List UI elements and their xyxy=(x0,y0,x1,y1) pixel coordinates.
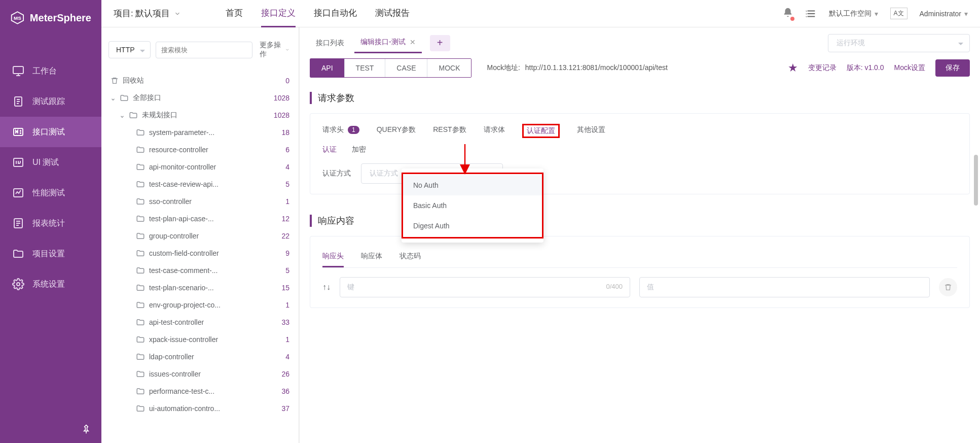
subtab-test[interactable]: TEST xyxy=(345,59,386,77)
tree-label: issues-controller xyxy=(149,370,201,378)
chevron-down-icon xyxy=(285,47,289,53)
tree-root-all[interactable]: 全部接口 1028 xyxy=(108,89,292,107)
workspace-selector[interactable]: 默认工作空间 ▾ xyxy=(829,9,878,18)
nav-ui-test[interactable]: UI 测试 xyxy=(0,147,101,178)
protocol-select[interactable]: HTTP xyxy=(108,41,151,58)
response-card: 响应头 响应体 状态码 ↑↓ 键 0/400 xyxy=(310,236,970,308)
svg-rect-2 xyxy=(13,66,23,74)
workspace-label: 默认工作空间 xyxy=(829,9,872,18)
user-menu[interactable]: Administrator ▾ xyxy=(920,10,968,18)
param-tab-other[interactable]: 其他设置 xyxy=(577,125,605,137)
project-selector[interactable]: 项目: 默认项目 xyxy=(114,8,181,19)
folder-icon xyxy=(136,197,145,206)
tree-unplanned[interactable]: 未规划接口 1028 xyxy=(108,107,292,124)
tree-item[interactable]: system-parameter-...18 xyxy=(108,124,292,141)
auth-subtab-auth[interactable]: 认证 xyxy=(322,145,337,154)
topnav-home[interactable]: 首页 xyxy=(226,0,243,27)
notifications-button[interactable] xyxy=(782,7,793,20)
trash-icon xyxy=(944,283,952,291)
param-tab-auth[interactable]: 认证配置 xyxy=(522,124,560,138)
delete-row-button[interactable] xyxy=(939,278,957,296)
tree-item[interactable]: test-case-comment-...5 xyxy=(108,262,292,279)
auth-method-dropdown: No Auth Basic Auth Digest Auth xyxy=(402,168,543,243)
subtab-case[interactable]: CASE xyxy=(385,59,427,77)
report-icon xyxy=(12,217,24,229)
nav-project-settings[interactable]: 项目设置 xyxy=(0,238,101,269)
topnav-report[interactable]: 测试报告 xyxy=(375,0,410,27)
auth-select-placeholder: 认证方式 xyxy=(370,169,398,177)
tree-item[interactable]: env-group-project-co...1 xyxy=(108,296,292,314)
pin-toggle[interactable] xyxy=(0,417,101,443)
mock-url: http://10.1.13.121:8081/mock/100001/api/… xyxy=(525,63,668,73)
recycle-bin[interactable]: 回收站 0 xyxy=(108,72,292,89)
param-tab-rest[interactable]: REST参数 xyxy=(433,125,466,137)
resp-tab-headers[interactable]: 响应头 xyxy=(322,247,344,267)
header-value-input[interactable]: 值 xyxy=(639,277,930,297)
run-env-placeholder: 运行环境 xyxy=(837,39,865,47)
nav-perf[interactable]: 性能测试 xyxy=(0,178,101,208)
mock-label: Mock地址: xyxy=(487,63,520,73)
tree-count: 15 xyxy=(281,284,289,292)
resp-tab-body[interactable]: 响应体 xyxy=(361,247,382,267)
gauge-icon xyxy=(12,187,24,199)
tree-item[interactable]: sso-controller1 xyxy=(108,193,292,210)
tree-item[interactable]: custom-field-controller9 xyxy=(108,245,292,262)
nav-workbench[interactable]: 工作台 xyxy=(0,56,101,86)
tree-item[interactable]: resource-controller6 xyxy=(108,141,292,158)
language-toggle[interactable]: A文 xyxy=(890,8,908,19)
tree-item[interactable]: test-case-review-api...5 xyxy=(108,176,292,193)
tree-item[interactable]: group-controller22 xyxy=(108,227,292,245)
tree-item[interactable]: ldap-controller4 xyxy=(108,348,292,365)
tree-item[interactable]: performance-test-c...36 xyxy=(108,383,292,400)
module-search-input[interactable] xyxy=(156,42,252,58)
resp-tab-status[interactable]: 状态码 xyxy=(400,247,421,267)
add-tab-button[interactable]: + xyxy=(430,35,450,51)
tree-item[interactable]: test-plan-scenario-...15 xyxy=(108,279,292,296)
changelog-link[interactable]: 变更记录 xyxy=(808,63,837,73)
param-tab-headers[interactable]: 请求头 1 xyxy=(322,125,359,137)
nav-track[interactable]: 测试跟踪 xyxy=(0,86,101,117)
star-icon[interactable]: ★ xyxy=(788,61,798,75)
more-actions[interactable]: 更多操作 xyxy=(258,37,292,63)
scrollbar-thumb[interactable] xyxy=(974,155,978,206)
task-icon[interactable] xyxy=(806,8,817,19)
topnav-api-def[interactable]: 接口定义 xyxy=(261,0,296,27)
auth-subtab-encrypt[interactable]: 加密 xyxy=(352,145,366,154)
chevron-down-icon xyxy=(111,97,116,102)
save-button[interactable]: 保存 xyxy=(935,59,970,77)
subtab-mock[interactable]: MOCK xyxy=(427,59,471,77)
sort-handle[interactable]: ↑↓ xyxy=(322,283,331,292)
tree-item[interactable]: api-test-controller33 xyxy=(108,314,292,331)
auth-option-basic[interactable]: Basic Auth xyxy=(403,195,542,216)
run-env-select[interactable]: 运行环境 xyxy=(828,34,970,52)
param-tab-body[interactable]: 请求体 xyxy=(484,125,505,137)
nav-report[interactable]: 报表统计 xyxy=(0,208,101,238)
clipboard-icon xyxy=(12,95,24,108)
tree-item[interactable]: issues-controller26 xyxy=(108,365,292,383)
folder-icon xyxy=(136,404,145,413)
tree-item[interactable]: ui-automation-contro...37 xyxy=(108,400,292,417)
tab-edit-api[interactable]: 编辑接口-测试 ✕ xyxy=(354,32,422,53)
tree-label: resource-controller xyxy=(149,146,208,154)
auth-option-none[interactable]: No Auth xyxy=(403,175,542,195)
tree-item[interactable]: api-monitor-controller4 xyxy=(108,158,292,176)
topnav-api-auto[interactable]: 接口自动化 xyxy=(314,0,357,27)
tree-count: 5 xyxy=(285,266,289,275)
mock-settings-link[interactable]: Mock设置 xyxy=(894,63,925,73)
header-key-input[interactable]: 键 0/400 xyxy=(340,277,630,297)
version-link[interactable]: 版本: v1.0.0 xyxy=(847,63,884,73)
brand-logo[interactable]: MS MeterSphere xyxy=(0,0,101,36)
nav-label: 系统设置 xyxy=(32,279,65,290)
tree-label: group-controller xyxy=(149,232,199,240)
param-tab-query[interactable]: QUERY参数 xyxy=(377,125,416,137)
nav-system-settings[interactable]: 系统设置 xyxy=(0,269,101,299)
tab-api-list[interactable]: 接口列表 xyxy=(310,33,350,53)
nav-api-test[interactable]: 接口测试 xyxy=(0,117,101,147)
tree-item[interactable]: test-plan-api-case-...12 xyxy=(108,210,292,227)
api-icon xyxy=(12,126,24,138)
auth-option-digest[interactable]: Digest Auth xyxy=(403,216,542,236)
subtab-api[interactable]: API xyxy=(310,59,345,77)
svg-point-8 xyxy=(17,283,20,286)
close-icon[interactable]: ✕ xyxy=(410,38,416,46)
tree-item[interactable]: xpack-issue-controller1 xyxy=(108,331,292,348)
